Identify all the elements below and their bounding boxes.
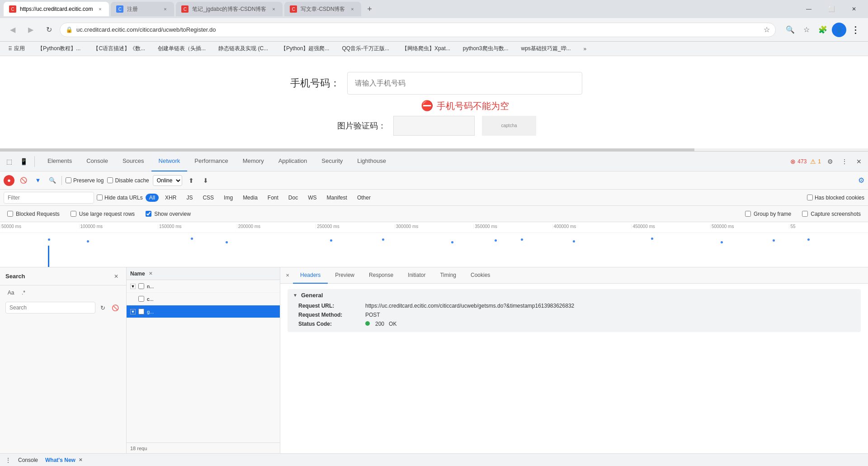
bookmark-2[interactable]: 【C语言描述】《数... bbox=[90, 44, 148, 53]
bookmark-icon[interactable]: ☆ bbox=[799, 23, 814, 37]
bottom-three-dots[interactable]: ⋮ bbox=[5, 457, 11, 463]
tab-lighthouse[interactable]: Lighthouse bbox=[350, 152, 393, 171]
filter-type-ws[interactable]: WS bbox=[304, 194, 320, 202]
search-clear-button[interactable]: 🚫 bbox=[110, 302, 121, 313]
name-row-3[interactable]: ▼ g... bbox=[127, 305, 280, 318]
bookmark-star-icon[interactable]: ☆ bbox=[764, 25, 770, 34]
has-blocked-cookies-checkbox[interactable]: Has blocked cookies bbox=[807, 195, 864, 201]
network-settings-icon[interactable]: ⚙ bbox=[858, 176, 864, 185]
tab-sources[interactable]: Sources bbox=[115, 152, 151, 171]
filter-input[interactable] bbox=[4, 192, 94, 204]
row-2-checkbox[interactable] bbox=[138, 296, 144, 302]
search-input[interactable] bbox=[5, 302, 95, 314]
more-icon[interactable]: ⋮ bbox=[848, 23, 863, 37]
bookmark-8[interactable]: python3爬虫与数... bbox=[460, 44, 511, 53]
name-row-1[interactable]: ▼ n... bbox=[127, 280, 280, 293]
devtools-more-icon[interactable]: ⋮ bbox=[839, 156, 850, 167]
filter-type-manifest[interactable]: Manifest bbox=[323, 194, 351, 202]
tab-3-close[interactable]: × bbox=[270, 5, 277, 13]
tab-1[interactable]: C https://uc.creditcard.ecitic.com × bbox=[4, 2, 109, 16]
regex-button[interactable]: .* bbox=[18, 287, 29, 298]
tab-console[interactable]: Console bbox=[79, 152, 115, 171]
tab-memory[interactable]: Memory bbox=[236, 152, 271, 171]
bookmark-5[interactable]: 【Python】超强爬... bbox=[278, 44, 332, 53]
search-button[interactable]: 🔍 bbox=[47, 175, 58, 186]
back-button[interactable]: ◀ bbox=[5, 23, 20, 37]
whats-new-close[interactable]: ✕ bbox=[77, 457, 84, 463]
account-icon[interactable]: 👤 bbox=[832, 23, 846, 37]
row-1-checkbox[interactable] bbox=[138, 283, 144, 289]
close-button[interactable]: ✕ bbox=[844, 2, 864, 16]
bookmark-7[interactable]: 【网络爬虫】Xpat... bbox=[399, 44, 453, 53]
tab-security[interactable]: Security bbox=[314, 152, 350, 171]
detail-tab-preview[interactable]: Preview bbox=[328, 267, 362, 284]
name-row-2[interactable]: c... bbox=[127, 293, 280, 305]
detail-tab-timing[interactable]: Timing bbox=[433, 267, 463, 284]
detail-tab-response[interactable]: Response bbox=[362, 267, 401, 284]
detail-tab-headers[interactable]: Headers bbox=[293, 267, 328, 284]
bookmark-4[interactable]: 静态链表及实现 (C... bbox=[216, 44, 271, 53]
general-section-header[interactable]: ▼ General bbox=[288, 289, 861, 301]
tab-1-close[interactable]: × bbox=[96, 5, 104, 13]
forward-button[interactable]: ▶ bbox=[24, 23, 38, 37]
bookmark-9[interactable]: wps基础技巧篇_哔... bbox=[519, 44, 574, 53]
hide-data-urls-checkbox[interactable]: Hide data URLs bbox=[97, 195, 143, 201]
preserve-log-checkbox[interactable]: Preserve log bbox=[66, 177, 104, 184]
url-bar[interactable]: 🔒 uc.creditcard.ecitic.com/citiccard/ucw… bbox=[60, 23, 776, 37]
tab-4[interactable]: C 写文章-CSDN博客 × bbox=[284, 2, 361, 16]
tab-4-close[interactable]: × bbox=[349, 5, 356, 13]
clear-button[interactable]: 🚫 bbox=[18, 175, 29, 186]
devtools-close-icon[interactable]: ✕ bbox=[854, 156, 864, 167]
detail-tab-cookies[interactable]: Cookies bbox=[463, 267, 497, 284]
record-button[interactable]: ● bbox=[4, 175, 14, 186]
blocked-requests-option[interactable]: Blocked Requests bbox=[7, 211, 60, 217]
tab-elements[interactable]: Elements bbox=[40, 152, 79, 171]
search-refresh-button[interactable]: ↻ bbox=[97, 302, 108, 313]
filter-type-other[interactable]: Other bbox=[354, 194, 374, 202]
tab-3[interactable]: C 笔记_jgdabc的博客-CSDN博客 × bbox=[176, 2, 283, 16]
throttle-select[interactable]: Online bbox=[153, 175, 182, 186]
devtools-inspect-icon[interactable]: ⬚ bbox=[4, 156, 14, 167]
disable-cache-checkbox[interactable]: Disable cache bbox=[107, 177, 149, 184]
filter-type-font[interactable]: Font bbox=[264, 194, 282, 202]
row-3-checkbox[interactable] bbox=[138, 309, 144, 314]
large-rows-option[interactable]: Use large request rows bbox=[71, 211, 135, 217]
row-1-expand-icon[interactable]: ▼ bbox=[130, 284, 136, 289]
reload-button[interactable]: ↻ bbox=[42, 23, 56, 37]
upload-button[interactable]: ⬆ bbox=[186, 175, 197, 186]
bookmark-3[interactable]: 创建单链表（头插... bbox=[155, 44, 208, 53]
name-panel-close[interactable]: ✕ bbox=[149, 271, 152, 276]
bookmark-apps[interactable]: ⠿ 应用 bbox=[5, 44, 28, 53]
tab-2-close[interactable]: × bbox=[161, 5, 169, 13]
new-tab-button[interactable]: + bbox=[363, 3, 376, 15]
devtools-settings-icon[interactable]: ⚙ bbox=[825, 156, 835, 167]
devtools-device-icon[interactable]: 📱 bbox=[18, 156, 29, 167]
phone-input[interactable] bbox=[347, 72, 582, 95]
tab-network[interactable]: Network bbox=[151, 152, 188, 171]
maximize-button[interactable]: ⬜ bbox=[821, 2, 842, 16]
filter-type-js[interactable]: JS bbox=[183, 194, 196, 202]
tab-performance[interactable]: Performance bbox=[187, 152, 235, 171]
capture-screenshots-option[interactable]: Capture screenshots bbox=[802, 211, 861, 217]
bookmark-more[interactable]: » bbox=[581, 45, 590, 53]
bookmark-6[interactable]: QQ音乐-千万正版... bbox=[339, 44, 392, 53]
tab-application[interactable]: Application bbox=[271, 152, 315, 171]
console-bottom-tab[interactable]: Console bbox=[18, 457, 38, 463]
filter-type-img[interactable]: Img bbox=[220, 194, 236, 202]
case-sensitive-button[interactable]: Aa bbox=[5, 287, 16, 298]
detail-panel-close[interactable]: ✕ bbox=[284, 272, 291, 279]
minimize-button[interactable]: — bbox=[798, 2, 819, 16]
whats-new-bottom-tab[interactable]: What's New ✕ bbox=[45, 457, 84, 463]
search-close-button[interactable]: ✕ bbox=[112, 272, 121, 281]
filter-type-doc[interactable]: Doc bbox=[285, 194, 302, 202]
filter-type-media[interactable]: Media bbox=[239, 194, 261, 202]
bookmark-1[interactable]: 【Python教程】... bbox=[35, 44, 83, 53]
filter-button[interactable]: ▼ bbox=[33, 175, 43, 186]
filter-type-all[interactable]: All bbox=[146, 194, 159, 202]
download-button[interactable]: ⬇ bbox=[200, 175, 211, 186]
group-by-frame-option[interactable]: Group by frame bbox=[745, 211, 791, 217]
filter-type-xhr[interactable]: XHR bbox=[161, 194, 180, 202]
tab-2[interactable]: C 注册 × bbox=[111, 2, 174, 16]
extension-icon[interactable]: 🧩 bbox=[816, 23, 830, 37]
show-overview-option[interactable]: Show overview bbox=[146, 211, 191, 217]
